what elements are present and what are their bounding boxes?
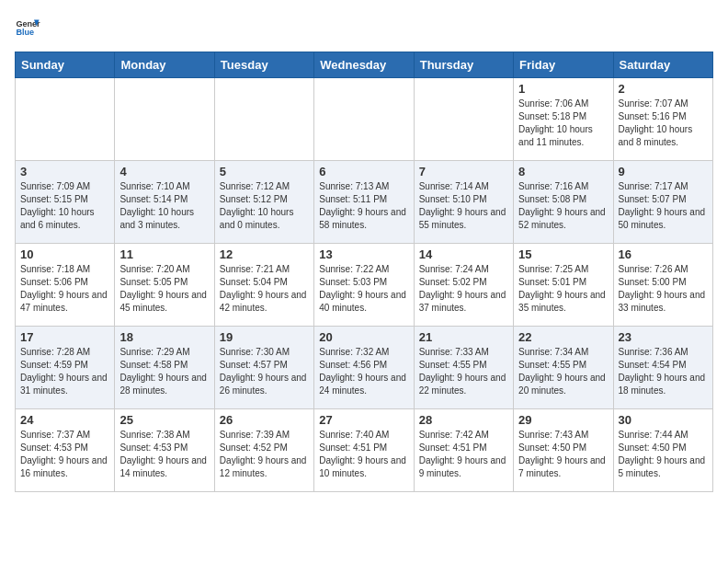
calendar-cell: 18Sunrise: 7:29 AM Sunset: 4:58 PM Dayli… bbox=[115, 327, 214, 409]
weekday-saturday: Saturday bbox=[613, 52, 712, 78]
calendar-week-5: 24Sunrise: 7:37 AM Sunset: 4:53 PM Dayli… bbox=[16, 409, 713, 492]
day-number: 3 bbox=[20, 165, 109, 178]
day-number: 1 bbox=[518, 82, 608, 96]
day-info: Sunrise: 7:10 AM Sunset: 5:14 PM Dayligh… bbox=[119, 180, 209, 232]
calendar-cell: 13Sunrise: 7:22 AM Sunset: 5:03 PM Dayli… bbox=[314, 244, 414, 327]
calendar-cell: 20Sunrise: 7:32 AM Sunset: 4:56 PM Dayli… bbox=[314, 327, 414, 409]
calendar-cell bbox=[314, 78, 414, 161]
calendar-cell: 12Sunrise: 7:21 AM Sunset: 5:04 PM Dayli… bbox=[214, 244, 313, 327]
weekday-tuesday: Tuesday bbox=[214, 52, 313, 78]
calendar-cell: 27Sunrise: 7:40 AM Sunset: 4:51 PM Dayli… bbox=[314, 409, 414, 492]
day-info: Sunrise: 7:33 AM Sunset: 4:55 PM Dayligh… bbox=[419, 346, 508, 397]
day-number: 10 bbox=[20, 247, 109, 261]
day-info: Sunrise: 7:21 AM Sunset: 5:04 PM Dayligh… bbox=[220, 263, 309, 315]
calendar-cell: 16Sunrise: 7:26 AM Sunset: 5:00 PM Dayli… bbox=[613, 244, 712, 327]
calendar-cell: 6Sunrise: 7:13 AM Sunset: 5:11 PM Daylig… bbox=[314, 161, 414, 244]
day-info: Sunrise: 7:40 AM Sunset: 4:51 PM Dayligh… bbox=[319, 429, 408, 480]
day-info: Sunrise: 7:18 AM Sunset: 5:06 PM Dayligh… bbox=[20, 263, 109, 315]
day-info: Sunrise: 7:25 AM Sunset: 5:01 PM Dayligh… bbox=[518, 263, 608, 315]
day-info: Sunrise: 7:06 AM Sunset: 5:18 PM Dayligh… bbox=[518, 98, 608, 149]
day-number: 14 bbox=[419, 247, 508, 261]
day-number: 4 bbox=[119, 165, 209, 178]
weekday-wednesday: Wednesday bbox=[314, 52, 414, 78]
calendar-cell bbox=[115, 78, 214, 161]
day-number: 13 bbox=[319, 247, 408, 261]
day-number: 27 bbox=[319, 413, 408, 427]
day-number: 24 bbox=[20, 413, 109, 427]
day-number: 2 bbox=[619, 82, 708, 96]
day-number: 25 bbox=[119, 413, 209, 427]
weekday-monday: Monday bbox=[115, 52, 214, 78]
calendar-cell: 28Sunrise: 7:42 AM Sunset: 4:51 PM Dayli… bbox=[414, 409, 513, 492]
day-number: 12 bbox=[220, 247, 309, 261]
calendar-week-2: 3Sunrise: 7:09 AM Sunset: 5:15 PM Daylig… bbox=[16, 161, 713, 244]
day-info: Sunrise: 7:14 AM Sunset: 5:10 PM Dayligh… bbox=[419, 180, 508, 232]
day-number: 22 bbox=[518, 330, 608, 344]
day-number: 28 bbox=[419, 413, 508, 427]
calendar-cell: 9Sunrise: 7:17 AM Sunset: 5:07 PM Daylig… bbox=[613, 161, 712, 244]
page-header: General Blue bbox=[15, 15, 713, 40]
day-info: Sunrise: 7:09 AM Sunset: 5:15 PM Dayligh… bbox=[20, 180, 109, 232]
day-info: Sunrise: 7:16 AM Sunset: 5:08 PM Dayligh… bbox=[518, 180, 608, 232]
calendar-header: SundayMondayTuesdayWednesdayThursdayFrid… bbox=[16, 52, 713, 78]
day-number: 20 bbox=[319, 330, 408, 344]
calendar-cell: 15Sunrise: 7:25 AM Sunset: 5:01 PM Dayli… bbox=[514, 244, 613, 327]
calendar-cell: 25Sunrise: 7:38 AM Sunset: 4:53 PM Dayli… bbox=[115, 409, 214, 492]
calendar-cell: 17Sunrise: 7:28 AM Sunset: 4:59 PM Dayli… bbox=[16, 327, 115, 409]
calendar-table: SundayMondayTuesdayWednesdayThursdayFrid… bbox=[15, 52, 713, 492]
day-number: 19 bbox=[220, 330, 309, 344]
day-info: Sunrise: 7:36 AM Sunset: 4:54 PM Dayligh… bbox=[619, 346, 708, 397]
day-info: Sunrise: 7:22 AM Sunset: 5:03 PM Dayligh… bbox=[319, 263, 408, 315]
day-info: Sunrise: 7:07 AM Sunset: 5:16 PM Dayligh… bbox=[619, 98, 708, 149]
calendar-cell: 24Sunrise: 7:37 AM Sunset: 4:53 PM Dayli… bbox=[16, 409, 115, 492]
calendar-cell: 3Sunrise: 7:09 AM Sunset: 5:15 PM Daylig… bbox=[16, 161, 115, 244]
calendar-cell: 2Sunrise: 7:07 AM Sunset: 5:16 PM Daylig… bbox=[613, 78, 712, 161]
logo: General Blue bbox=[15, 15, 44, 40]
calendar-cell: 7Sunrise: 7:14 AM Sunset: 5:10 PM Daylig… bbox=[414, 161, 513, 244]
calendar-cell: 19Sunrise: 7:30 AM Sunset: 4:57 PM Dayli… bbox=[214, 327, 313, 409]
day-info: Sunrise: 7:39 AM Sunset: 4:52 PM Dayligh… bbox=[220, 429, 309, 480]
day-info: Sunrise: 7:37 AM Sunset: 4:53 PM Dayligh… bbox=[20, 429, 109, 480]
weekday-header-row: SundayMondayTuesdayWednesdayThursdayFrid… bbox=[16, 52, 713, 78]
day-number: 5 bbox=[220, 165, 309, 178]
calendar-cell: 10Sunrise: 7:18 AM Sunset: 5:06 PM Dayli… bbox=[16, 244, 115, 327]
calendar-cell: 23Sunrise: 7:36 AM Sunset: 4:54 PM Dayli… bbox=[613, 327, 712, 409]
calendar-cell: 29Sunrise: 7:43 AM Sunset: 4:50 PM Dayli… bbox=[514, 409, 613, 492]
day-info: Sunrise: 7:13 AM Sunset: 5:11 PM Dayligh… bbox=[319, 180, 408, 232]
day-number: 18 bbox=[119, 330, 209, 344]
day-info: Sunrise: 7:24 AM Sunset: 5:02 PM Dayligh… bbox=[419, 263, 508, 315]
calendar-week-1: 1Sunrise: 7:06 AM Sunset: 5:18 PM Daylig… bbox=[16, 78, 713, 161]
day-number: 23 bbox=[619, 330, 708, 344]
calendar-cell: 21Sunrise: 7:33 AM Sunset: 4:55 PM Dayli… bbox=[414, 327, 513, 409]
calendar-cell: 14Sunrise: 7:24 AM Sunset: 5:02 PM Dayli… bbox=[414, 244, 513, 327]
day-info: Sunrise: 7:43 AM Sunset: 4:50 PM Dayligh… bbox=[518, 429, 608, 480]
day-number: 26 bbox=[220, 413, 309, 427]
day-number: 21 bbox=[419, 330, 508, 344]
svg-text:Blue: Blue bbox=[16, 28, 34, 37]
day-info: Sunrise: 7:30 AM Sunset: 4:57 PM Dayligh… bbox=[220, 346, 309, 397]
day-number: 29 bbox=[518, 413, 608, 427]
calendar-cell: 5Sunrise: 7:12 AM Sunset: 5:12 PM Daylig… bbox=[214, 161, 313, 244]
day-info: Sunrise: 7:20 AM Sunset: 5:05 PM Dayligh… bbox=[119, 263, 209, 315]
logo-icon: General Blue bbox=[15, 15, 40, 40]
calendar-cell: 22Sunrise: 7:34 AM Sunset: 4:55 PM Dayli… bbox=[514, 327, 613, 409]
day-info: Sunrise: 7:42 AM Sunset: 4:51 PM Dayligh… bbox=[419, 429, 508, 480]
calendar-cell: 11Sunrise: 7:20 AM Sunset: 5:05 PM Dayli… bbox=[115, 244, 214, 327]
day-number: 15 bbox=[518, 247, 608, 261]
day-info: Sunrise: 7:29 AM Sunset: 4:58 PM Dayligh… bbox=[119, 346, 209, 397]
day-number: 9 bbox=[619, 165, 708, 178]
calendar-week-4: 17Sunrise: 7:28 AM Sunset: 4:59 PM Dayli… bbox=[16, 327, 713, 409]
day-info: Sunrise: 7:17 AM Sunset: 5:07 PM Dayligh… bbox=[619, 180, 708, 232]
day-number: 17 bbox=[20, 330, 109, 344]
weekday-friday: Friday bbox=[514, 52, 613, 78]
day-number: 30 bbox=[619, 413, 708, 427]
calendar-cell bbox=[16, 78, 115, 161]
day-info: Sunrise: 7:34 AM Sunset: 4:55 PM Dayligh… bbox=[518, 346, 608, 397]
calendar-cell: 30Sunrise: 7:44 AM Sunset: 4:50 PM Dayli… bbox=[613, 409, 712, 492]
calendar-body: 1Sunrise: 7:06 AM Sunset: 5:18 PM Daylig… bbox=[16, 78, 713, 492]
calendar-cell: 26Sunrise: 7:39 AM Sunset: 4:52 PM Dayli… bbox=[214, 409, 313, 492]
calendar-week-3: 10Sunrise: 7:18 AM Sunset: 5:06 PM Dayli… bbox=[16, 244, 713, 327]
calendar-cell: 8Sunrise: 7:16 AM Sunset: 5:08 PM Daylig… bbox=[514, 161, 613, 244]
day-number: 6 bbox=[319, 165, 408, 178]
weekday-sunday: Sunday bbox=[16, 52, 115, 78]
